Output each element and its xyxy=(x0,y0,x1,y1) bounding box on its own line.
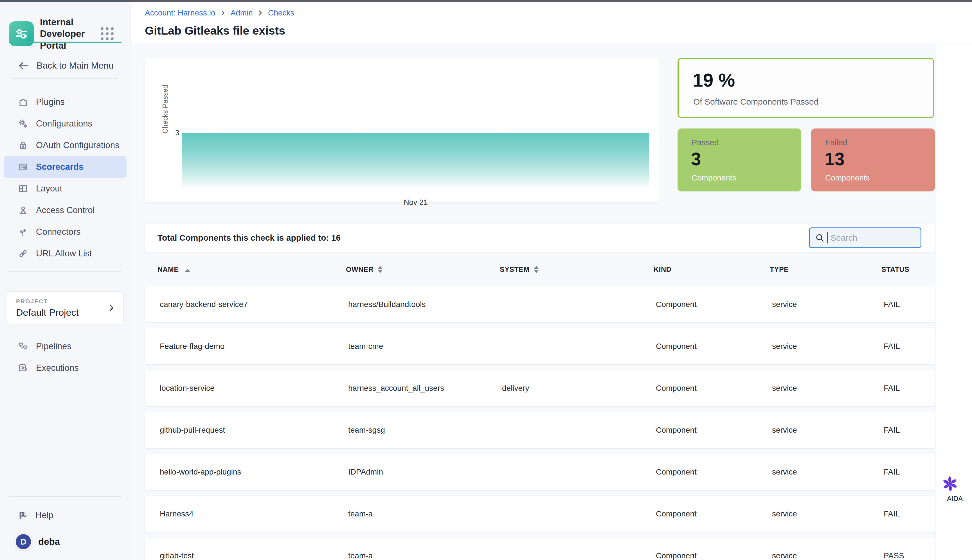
sidebar-item-label: Plugins xyxy=(36,97,65,107)
sidebar-item-label: URL Allow List xyxy=(36,248,92,258)
cell-system: delivery xyxy=(502,384,656,393)
sidebar-item-oauth-configurations[interactable]: OAuth Configurations xyxy=(0,134,130,156)
table-row[interactable]: Feature-flag-demo team-cme Component ser… xyxy=(145,328,935,364)
sidebar-item-label: OAuth Configurations xyxy=(36,140,119,150)
components-summary-text: Total Components this check is applied t… xyxy=(157,233,809,243)
table-row[interactable]: hello-world-app-plugins IDPAdmin Compone… xyxy=(145,454,935,490)
chevron-right-icon xyxy=(258,10,263,16)
sort-both-icon xyxy=(534,266,539,273)
table-row[interactable]: github-pull-request team-sgsg Component … xyxy=(145,412,935,448)
sidebar-item-label: Pipelines xyxy=(36,341,72,352)
cell-kind: Component xyxy=(656,300,772,309)
project-selector[interactable]: PROJECT Default Project xyxy=(7,291,124,324)
plugin-icon xyxy=(17,97,29,108)
cell-status: FAIL xyxy=(883,384,935,393)
sidebar-item-access-control[interactable]: Access Control xyxy=(0,199,130,221)
sidebar-nav: Plugins xyxy=(0,91,130,264)
sidebar-item-label: Configurations xyxy=(36,118,92,129)
table-row[interactable]: canary-backend-service7 harness/Buildand… xyxy=(145,287,935,322)
cell-owner: team-sgsg xyxy=(348,426,502,435)
help-label: Help xyxy=(35,510,53,520)
column-header-type: TYPE xyxy=(770,265,882,273)
cell-status: FAIL xyxy=(883,509,935,518)
sidebar-item-url-allow-list[interactable]: URL Allow List xyxy=(0,243,130,264)
gears-icon xyxy=(17,118,29,129)
breadcrumb-account-link[interactable]: Account: Harness.io xyxy=(145,8,215,17)
sidebar-item-executions[interactable]: Executions xyxy=(0,357,130,379)
sidebar-divider xyxy=(9,271,122,272)
help-button[interactable]: ? Help xyxy=(17,505,124,525)
main-area: Account: Harness.io Admin Checks GitLab … xyxy=(131,2,972,560)
cell-owner: team-cme xyxy=(348,342,502,351)
back-to-main-menu[interactable]: Back to Main Menu xyxy=(9,53,122,79)
table-header: NAME OWNER SYSTEM KIND TYPE STATUS xyxy=(145,261,935,278)
column-header-owner[interactable]: OWNER xyxy=(346,265,500,273)
scorecard-icon xyxy=(17,162,29,173)
content-area: Checks Passed 3 Nov 21 19 % Of Software … xyxy=(131,44,936,560)
cell-name: hello-world-app-plugins xyxy=(160,468,348,477)
sidebar-divider xyxy=(9,496,122,497)
passed-caption: Components xyxy=(691,173,737,182)
cell-type: service xyxy=(772,300,883,309)
chart-area-series xyxy=(182,133,649,189)
cell-owner: team-a xyxy=(348,551,502,560)
app-switcher-grid-icon[interactable] xyxy=(101,27,114,40)
sidebar-item-plugins[interactable]: Plugins xyxy=(0,91,130,113)
project-value: Default Project xyxy=(16,307,107,318)
link-icon xyxy=(17,248,29,259)
table-row[interactable]: gitlab-test team-a Component service PAS… xyxy=(145,538,935,560)
cell-type: service xyxy=(772,509,883,518)
help-chat-icon: ? xyxy=(17,509,29,521)
column-header-status: STATUS xyxy=(882,265,935,273)
cell-kind: Component xyxy=(656,551,772,560)
cell-status: FAIL xyxy=(883,426,935,435)
arrow-left-icon xyxy=(17,60,29,72)
cell-status: FAIL xyxy=(883,300,935,309)
user-menu[interactable]: D deba xyxy=(15,533,60,550)
checks-passed-chart: Checks Passed 3 Nov 21 xyxy=(145,58,660,202)
breadcrumb-admin-link[interactable]: Admin xyxy=(230,8,253,17)
cell-owner: IDPAdmin xyxy=(348,468,502,477)
sidebar-item-scorecards[interactable]: Scorecards xyxy=(4,156,127,178)
cell-name: canary-backend-service7 xyxy=(160,300,348,309)
sidebar-item-pipelines[interactable]: Pipelines xyxy=(0,335,130,357)
avatar: D xyxy=(15,533,32,550)
failed-card: Failed 13 Components xyxy=(811,128,935,192)
column-header-name[interactable]: NAME xyxy=(157,265,346,273)
breadcrumb: Account: Harness.io Admin Checks xyxy=(145,8,294,17)
aida-label: AIDA xyxy=(941,495,969,503)
percent-passed-value: 19 % xyxy=(693,70,735,91)
chevron-right-icon xyxy=(220,10,225,16)
cell-kind: Component xyxy=(656,342,772,351)
aida-button[interactable]: AIDA xyxy=(941,475,969,503)
sidebar-item-connectors[interactable]: Connectors xyxy=(0,221,130,243)
layout-icon xyxy=(17,183,29,194)
breadcrumb-checks-link[interactable]: Checks xyxy=(268,8,294,17)
page-title: GitLab Gitleaks file exists xyxy=(145,24,285,37)
user-name: deba xyxy=(38,537,60,547)
column-header-system[interactable]: SYSTEM xyxy=(500,265,654,273)
sidebar-item-layout[interactable]: Layout xyxy=(0,178,130,199)
pipelines-icon xyxy=(17,341,29,352)
cell-type: service xyxy=(772,426,883,435)
percent-passed-card: 19 % Of Software Components Passed xyxy=(678,58,934,118)
table-row[interactable]: Harness4 team-a Component service FAIL xyxy=(145,496,935,532)
table-row[interactable]: location-service harness_account_all_use… xyxy=(145,370,935,406)
project-label: PROJECT xyxy=(16,298,107,305)
cell-owner: harness_account_all_users xyxy=(348,384,502,393)
cell-type: service xyxy=(772,468,883,477)
cell-kind: Component xyxy=(656,509,772,518)
aida-flower-icon xyxy=(941,475,969,493)
cell-kind: Component xyxy=(656,426,772,435)
sort-ascending-icon xyxy=(185,265,190,273)
cell-name: github-pull-request xyxy=(160,426,348,435)
sidebar-item-configurations[interactable]: Configurations xyxy=(0,113,130,134)
failed-caption: Components xyxy=(825,173,870,182)
sidebar-item-label: Layout xyxy=(36,183,62,194)
search-input[interactable] xyxy=(809,227,921,248)
percent-passed-caption: Of Software Components Passed xyxy=(693,97,818,107)
passed-card: Passed 3 Components xyxy=(678,128,801,192)
text-caret xyxy=(827,232,828,243)
window-top-strip xyxy=(0,0,972,2)
cell-status: PASS xyxy=(883,551,935,560)
